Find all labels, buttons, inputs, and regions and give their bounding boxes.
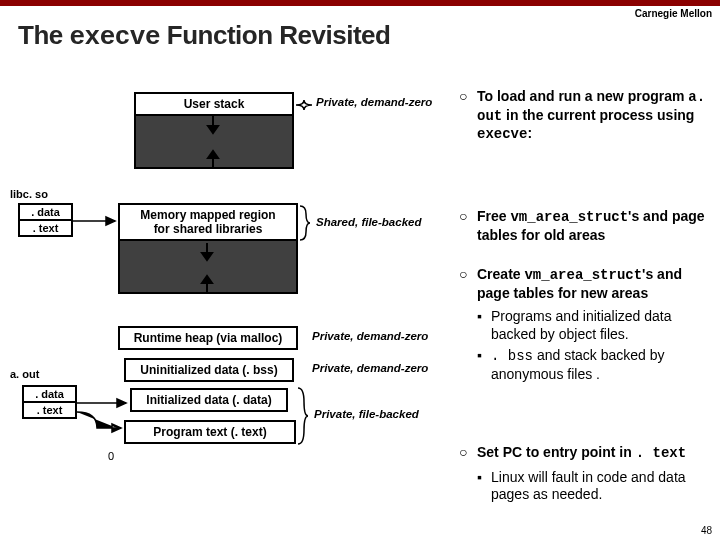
b1-text: in the current process using [502, 107, 694, 123]
b3-code: vm_area_struct [524, 267, 642, 283]
title-pre: The [18, 20, 69, 50]
mmap-box: Memory mapped region for shared librarie… [118, 203, 298, 241]
arrow-up-icon [200, 273, 214, 293]
aout-text-box: . text [22, 401, 77, 419]
bullet-item: ○ Create vm_area_struct's and page table… [459, 266, 714, 302]
page-title: The execve Function Revisited [0, 6, 720, 58]
b4-text: Set PC to entry point in [477, 444, 636, 460]
b1-code2: execve [477, 126, 527, 142]
note-private-zero: Private, demand-zero [312, 330, 428, 342]
b1-text: To load and run a new program [477, 88, 688, 104]
note-private-zero: Private, demand-zero [312, 362, 428, 374]
b4-code: . text [636, 445, 686, 461]
bullet-list: ○ To load and run a new program a. out i… [459, 88, 714, 150]
data-box: Initialized data (. data) [130, 388, 288, 412]
sub-text: Linux will fault in code and data pages … [491, 469, 714, 504]
brand-label: Carnegie Mellon [635, 8, 712, 19]
arrow-right-icon [77, 410, 125, 434]
sub-code: . bss [491, 348, 533, 364]
brace-icon [300, 206, 310, 240]
heap-box: Runtime heap (via malloc) [118, 326, 298, 350]
text-box: Program text (. text) [124, 420, 296, 444]
note-private-filebacked: Private, file-backed [314, 408, 419, 420]
bullet-list: ○ Set PC to entry point in . text ▪ Linu… [459, 444, 714, 508]
bullet-item: ○ Set PC to entry point in . text [459, 444, 714, 463]
sub-bullet-item: ▪ Programs and initialized data backed b… [477, 308, 714, 343]
libc-text-box: . text [18, 219, 73, 237]
b2-code: vm_area_struct [510, 209, 628, 225]
bss-box: Uninitialized data (. bss) [124, 358, 294, 382]
sub-bullet-item: ▪ Linux will fault in code and data page… [477, 469, 714, 504]
zero-label: 0 [108, 450, 114, 462]
bullet-marker: ○ [459, 208, 477, 244]
arrow-up-icon [206, 148, 220, 168]
sub-bullet-item: ▪ . bss and stack backed by anonymous fi… [477, 347, 714, 383]
userstack-box: User stack [134, 92, 294, 116]
title-post: Function Revisited [160, 20, 390, 50]
arrow-down-icon [200, 243, 214, 263]
b1-text: : [527, 125, 532, 141]
bullet-marker: ▪ [477, 308, 491, 343]
bullet-item: ○ To load and run a new program a. out i… [459, 88, 714, 144]
bullet-marker: ▪ [477, 347, 491, 383]
note-private-zero: Private, demand-zero [316, 96, 432, 108]
brace-icon [298, 388, 308, 444]
bullet-list: ○ Create vm_area_struct's and page table… [459, 266, 714, 387]
b2-text: Free [477, 208, 510, 224]
brace-icon [296, 98, 316, 112]
aout-label: a. out [10, 368, 39, 380]
page-number: 48 [701, 525, 712, 536]
bullet-marker: ▪ [477, 469, 491, 504]
arrow-right-icon [77, 398, 129, 408]
bullet-list: ○ Free vm_area_struct's and page tables … [459, 208, 714, 250]
b3-text: Create [477, 266, 524, 282]
note-shared-filebacked: Shared, file-backed [316, 216, 421, 228]
bullet-marker: ○ [459, 444, 477, 463]
sub-text: Programs and initialized data backed by … [491, 308, 714, 343]
bullet-marker: ○ [459, 266, 477, 302]
bullet-marker: ○ [459, 88, 477, 144]
arrow-down-icon [206, 116, 220, 136]
title-code: execve [69, 22, 160, 52]
libc-label: libc. so [10, 188, 48, 200]
arrow-right-icon [73, 216, 118, 226]
bullet-item: ○ Free vm_area_struct's and page tables … [459, 208, 714, 244]
